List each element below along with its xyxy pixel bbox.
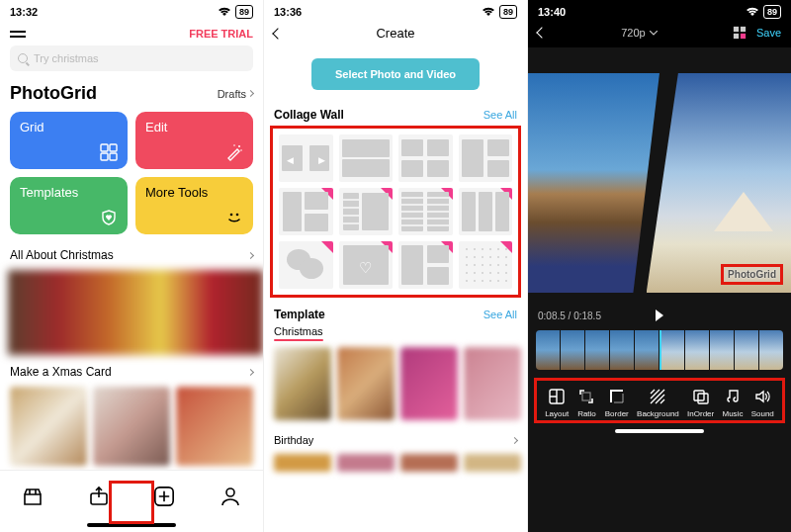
save-button[interactable]: Save [756, 27, 781, 39]
search-input[interactable]: Try christmas [10, 45, 253, 71]
card-thumb[interactable] [10, 387, 87, 466]
select-media-button[interactable]: Select Photo and Video [311, 58, 480, 90]
play-button[interactable] [656, 310, 663, 321]
christmas-banner[interactable] [8, 270, 263, 355]
grid-icon [100, 143, 118, 161]
tool-background[interactable]: Background [637, 387, 679, 418]
template-thumb[interactable] [464, 347, 521, 420]
tile-label: Edit [145, 120, 243, 134]
tile-more-tools[interactable]: More Tools [135, 177, 253, 234]
tool-label: Layout [545, 409, 569, 418]
screen-editor: 13:40 89 720p Save PhotoG [528, 0, 791, 532]
nav-bar: Create [264, 24, 527, 48]
tool-border[interactable]: Border [605, 387, 629, 418]
screen-create: 13:36 89 Create Select Photo and Video C… [264, 0, 528, 532]
tab-add[interactable] [153, 486, 175, 507]
tab-share[interactable] [88, 486, 110, 507]
collage-layout[interactable] [279, 188, 333, 235]
battery-icon: 89 [235, 5, 253, 19]
watermark-badge[interactable]: PhotoGrid [721, 264, 783, 285]
collage-layout[interactable] [339, 134, 394, 182]
template-thumb[interactable] [400, 454, 458, 472]
home-indicator [615, 429, 704, 433]
collage-layout[interactable] [459, 241, 513, 289]
tab-store[interactable] [22, 486, 44, 507]
chevron-right-icon [247, 90, 254, 97]
palette-icon[interactable] [733, 26, 747, 40]
tool-label: InOrder [687, 409, 714, 418]
tool-label: Background [637, 409, 679, 418]
search-placeholder: Try christmas [34, 52, 99, 64]
card-thumb[interactable] [93, 387, 170, 466]
tile-edit[interactable]: Edit [135, 112, 253, 169]
template-thumb[interactable] [337, 347, 395, 420]
template-thumb[interactable] [337, 454, 395, 472]
section-title: All About Christmas [10, 248, 114, 262]
ratio-icon [576, 387, 596, 406]
svg-rect-13 [741, 27, 746, 32]
collage-layout[interactable] [398, 134, 453, 182]
home-indicator [87, 523, 176, 527]
tile-label: Grid [20, 120, 118, 134]
svg-rect-3 [110, 153, 117, 160]
tool-label: Sound [751, 409, 774, 418]
bottom-tab-bar [0, 470, 263, 521]
layout-icon [547, 387, 567, 406]
free-trial-link[interactable]: FREE TRIAL [189, 28, 253, 40]
svg-rect-0 [101, 144, 108, 151]
tile-templates[interactable]: Templates [10, 177, 128, 234]
collage-layout[interactable] [459, 188, 513, 235]
template-tab-christmas[interactable]: Christmas [274, 325, 323, 341]
template-title: Template [274, 308, 325, 321]
tool-ratio[interactable]: Ratio [576, 387, 596, 418]
section-birthday[interactable]: Birthday [264, 430, 527, 450]
section-title: Birthday [274, 434, 313, 446]
section-xmas-card[interactable]: Make a Xmas Card [0, 361, 263, 383]
template-thumb[interactable] [274, 347, 331, 420]
search-icon [18, 53, 28, 63]
collage-wall-grid: ◀ ▶ [270, 126, 521, 298]
back-button[interactable] [536, 27, 547, 38]
collage-layout[interactable] [279, 241, 333, 289]
collage-see-all-link[interactable]: See All [483, 109, 517, 121]
tool-layout[interactable]: Layout [545, 387, 569, 418]
tool-music[interactable]: Music [723, 387, 744, 418]
resolution-dropdown[interactable]: 720p [621, 27, 657, 39]
tool-sound[interactable]: Sound [751, 387, 774, 418]
magic-wand-icon [225, 143, 243, 161]
video-preview[interactable]: PhotoGrid [528, 73, 791, 293]
collage-layout[interactable] [459, 134, 513, 182]
status-bar: 13:36 89 [264, 0, 527, 24]
timeline[interactable] [536, 330, 783, 370]
tab-profile[interactable] [220, 486, 241, 507]
drafts-link[interactable]: Drafts [218, 88, 253, 100]
wifi-icon [218, 7, 231, 17]
template-thumb[interactable] [400, 347, 458, 420]
playhead[interactable] [659, 330, 661, 370]
section-christmas[interactable]: All About Christmas [0, 244, 263, 266]
card-thumb[interactable] [176, 387, 253, 466]
svg-point-4 [238, 145, 240, 147]
inorder-icon [691, 387, 711, 406]
tool-inorder[interactable]: InOrder [687, 387, 714, 418]
tile-label: More Tools [145, 185, 243, 200]
back-button[interactable] [272, 28, 283, 39]
tile-grid[interactable]: Grid [10, 112, 128, 169]
collage-title: Collage Wall [274, 108, 344, 122]
preview-clip-right [647, 73, 791, 293]
template-thumb[interactable] [274, 454, 331, 472]
collage-layout[interactable] [398, 241, 453, 289]
collage-layout[interactable]: ♡ [339, 241, 394, 289]
wifi-icon [746, 7, 759, 17]
collage-layout[interactable] [398, 188, 453, 235]
collage-layout[interactable] [339, 188, 394, 235]
template-see-all-link[interactable]: See All [483, 309, 517, 320]
status-time: 13:32 [10, 6, 38, 18]
collage-layout[interactable]: ◀ ▶ [279, 134, 333, 182]
battery-icon: 89 [763, 5, 781, 19]
wifi-icon [482, 7, 495, 17]
svg-point-11 [226, 488, 234, 496]
menu-icon[interactable] [10, 31, 26, 38]
status-time: 13:40 [538, 6, 566, 18]
template-thumb[interactable] [464, 454, 521, 472]
